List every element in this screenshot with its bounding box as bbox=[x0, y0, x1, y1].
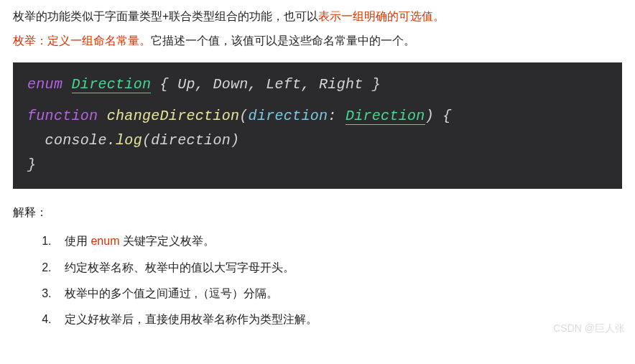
intro-line-2b: 它描述一个值，该值可以是这些命名常量中的一个。 bbox=[151, 34, 415, 47]
watermark: CSDN @巨人张 bbox=[553, 319, 625, 338]
intro-line-1a: 枚举的功能类似于字面量类型+联合类型组合的功能，也可以 bbox=[13, 10, 318, 22]
enum-val-up: Up bbox=[177, 76, 195, 93]
type-direction: Direction bbox=[72, 76, 152, 93]
intro-line-1: 枚举的功能类似于字面量类型+联合类型组合的功能，也可以表示一组明确的可选值。 bbox=[13, 6, 622, 27]
code-line-4: } bbox=[27, 153, 608, 177]
intro-highlight-2: 枚举：定义一组命名常量。 bbox=[13, 34, 151, 47]
enum-val-left: Left bbox=[266, 76, 301, 93]
list-item: 约定枚举名称、枚举中的值以大写字母开头。 bbox=[55, 257, 622, 279]
inline-keyword-enum: enum bbox=[91, 235, 119, 247]
console-obj: console bbox=[45, 132, 107, 149]
code-line-2: function changeDirection(direction: Dire… bbox=[27, 104, 608, 129]
brace-close: } bbox=[363, 76, 381, 93]
param-type: Direction bbox=[346, 108, 425, 125]
param-name: direction bbox=[249, 108, 328, 124]
intro-line-2: 枚举：定义一组命名常量。它描述一个值，该值可以是这些命名常量中的一个。 bbox=[13, 30, 622, 52]
intro-highlight-1: 表示一组明确的可选值。 bbox=[318, 10, 445, 22]
keyword-enum: enum bbox=[27, 76, 62, 93]
explain-title: 解释： bbox=[13, 202, 622, 223]
log-method: log bbox=[116, 132, 142, 149]
list-item: 定义好枚举后，直接使用枚举名称作为类型注解。 bbox=[55, 309, 622, 330]
enum-val-right: Right bbox=[319, 76, 363, 93]
keyword-function: function bbox=[27, 108, 98, 124]
log-arg: direction bbox=[151, 132, 231, 149]
code-block: enum Direction { Up, Down, Left, Right }… bbox=[13, 62, 622, 189]
function-name: changeDirection bbox=[107, 108, 240, 124]
enum-val-down: Down bbox=[213, 76, 248, 93]
list-item: 使用 enum 关键字定义枚举。 bbox=[55, 230, 622, 252]
code-line-1: enum Direction { Up, Down, Left, Right } bbox=[27, 73, 608, 97]
brace-open: { bbox=[151, 76, 177, 93]
code-line-3: console.log(direction) bbox=[27, 129, 608, 153]
list-item: 枚举中的多个值之间通过 ,（逗号）分隔。 bbox=[55, 283, 622, 304]
code-blank-line bbox=[27, 97, 608, 104]
explain-list: 使用 enum 关键字定义枚举。 约定枚举名称、枚举中的值以大写字母开头。 枚举… bbox=[13, 230, 622, 331]
